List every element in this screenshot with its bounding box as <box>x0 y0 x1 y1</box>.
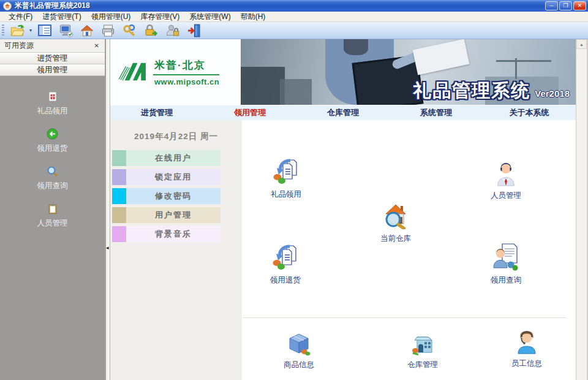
quick-item-label[interactable]: 锁定应用 <box>126 169 221 185</box>
toolbar-grip[interactable] <box>2 25 4 37</box>
nav-warehouse[interactable]: 仓库管理 <box>296 107 390 118</box>
keys-button[interactable] <box>120 23 139 39</box>
keys-icon <box>122 23 137 38</box>
computer-button[interactable] <box>56 23 75 39</box>
nav-purchase[interactable]: 进货管理 <box>110 107 203 118</box>
sidebar-item-personnel[interactable]: 人员管理 <box>37 203 68 229</box>
shortcut-employee-info[interactable]: 员工信息 <box>501 330 552 369</box>
sidebar-tab-purchase[interactable]: 进货管理 <box>0 53 105 64</box>
sidebar-splitter[interactable]: ◂ <box>105 39 110 380</box>
sidebar-close-icon[interactable]: ✕ <box>93 42 100 49</box>
shortcut-requisition-query[interactable]: 领用查询 <box>480 243 532 286</box>
quick-item-user-management[interactable]: 用户管理 <box>112 207 221 223</box>
form-button[interactable] <box>36 23 54 39</box>
sidebar-shortcut-panel: 礼品领用 领用退货 领用查询 <box>0 76 105 380</box>
menu-requisition[interactable]: 领用管理(U) <box>86 12 136 22</box>
banner-crane-shape <box>496 60 551 62</box>
window-title: 米普礼品管理系统2018 <box>15 1 544 11</box>
collapse-sidebar-icon[interactable]: ◂ <box>106 245 109 251</box>
shortcut-label: 领用退货 <box>270 275 301 286</box>
shortcut-current-warehouse[interactable]: 当前仓库 <box>370 201 421 244</box>
sidebar-header: 可用资源 ✕ <box>0 39 105 53</box>
sidebar-item-requisition-return[interactable]: 领用退货 <box>37 128 68 154</box>
banner-building-shape <box>280 79 312 105</box>
date-label: 2019年4月22日 周一 <box>110 131 242 142</box>
mipsoft-logo-icon <box>118 59 148 85</box>
sidebar-item-label: 人员管理 <box>37 218 68 229</box>
nav-system[interactable]: 系统管理 <box>390 107 483 118</box>
title-bar[interactable]: 米普礼品管理系统2018 ─ ❐ ✕ <box>0 0 588 12</box>
printer-button[interactable] <box>99 23 118 39</box>
home-icon <box>80 23 94 38</box>
color-block <box>112 169 126 185</box>
shortcut-requisition-return[interactable]: 领用退货 <box>260 244 311 286</box>
shortcut-personnel[interactable]: 人员管理 <box>480 161 532 201</box>
open-folder-icon <box>10 23 25 38</box>
exit-button[interactable] <box>184 23 203 39</box>
quick-item-label[interactable]: 修改密码 <box>126 188 221 204</box>
menu-system[interactable]: 系统管理(W) <box>184 12 235 22</box>
shortcut-label: 领用查询 <box>491 275 521 286</box>
sidebar-title: 可用资源 <box>4 40 93 51</box>
printer-icon <box>100 23 116 38</box>
sidebar-tab-requisition[interactable]: 领用管理 <box>0 64 105 76</box>
warehouse-icon <box>411 332 434 358</box>
logo-company-name: 米普·北京 <box>153 58 219 75</box>
shortcut-product-info[interactable]: 商品信息 <box>273 332 325 370</box>
minimize-button[interactable]: ─ <box>545 1 558 10</box>
quick-item-background-music[interactable]: 背景音乐 <box>112 226 221 242</box>
section-divider <box>243 317 567 318</box>
search-icon <box>47 165 58 177</box>
shortcut-gift-requisition[interactable]: 礼品领用 <box>260 158 312 200</box>
main-area: 米普·北京 www.mipsoft.cn 礼品管理系统 Ver2018 进货管理… <box>110 39 576 380</box>
sidebar-item-label: 礼品领用 <box>37 106 68 116</box>
shortcut-warehouse-management[interactable]: 仓库管理 <box>397 332 448 370</box>
user-lock-button[interactable] <box>163 23 182 39</box>
quick-item-label[interactable]: 用户管理 <box>126 207 221 223</box>
menu-purchase[interactable]: 进货管理(T) <box>37 12 86 22</box>
shortcut-label: 礼品领用 <box>271 189 301 200</box>
menu-bar: 文件(F) 进货管理(T) 领用管理(U) 库存管理(V) 系统管理(W) 帮助… <box>0 12 588 22</box>
shortcut-label: 商品信息 <box>284 360 314 370</box>
quick-item-label[interactable]: 在线用户 <box>126 150 221 166</box>
menu-help[interactable]: 帮助(H) <box>236 12 271 22</box>
menu-inventory[interactable]: 库存管理(V) <box>135 12 184 22</box>
menu-file[interactable]: 文件(F) <box>4 12 37 22</box>
open-folder-button[interactable] <box>8 23 27 39</box>
toolbar: ▾ <box>0 22 588 39</box>
nav-about[interactable]: 关于本系统 <box>483 107 576 118</box>
shortcut-label: 仓库管理 <box>407 360 438 370</box>
maximize-button[interactable]: ❐ <box>559 1 572 10</box>
system-banner-title: 礼品管理系统 Ver2018 <box>413 78 570 104</box>
box-icon <box>287 332 311 358</box>
logo-box: 米普·北京 www.mipsoft.cn <box>110 39 241 105</box>
color-block <box>112 150 126 166</box>
quick-panel-rows: 在线用户 锁定应用 修改密码 用户管理 背景音乐 <box>112 150 242 242</box>
open-folder-dropdown-caret[interactable]: ▾ <box>29 28 32 33</box>
resource-sidebar: 可用资源 ✕ 进货管理 领用管理 礼品领用 <box>0 39 105 380</box>
quick-item-lock-app[interactable]: 锁定应用 <box>112 169 221 185</box>
system-title: 礼品管理系统 <box>413 78 530 104</box>
quick-item-online-users[interactable]: 在线用户 <box>112 150 221 166</box>
house-search-icon <box>382 201 410 232</box>
person-icon <box>494 161 518 189</box>
scroll-up-icon[interactable]: ▲ <box>576 39 587 49</box>
sidebar-item-requisition-query[interactable]: 领用查询 <box>37 165 68 191</box>
exit-icon <box>186 23 202 38</box>
doc-return-icon <box>272 244 299 273</box>
application-window: 米普礼品管理系统2018 ─ ❐ ✕ 文件(F) 进货管理(T) 领用管理(U)… <box>0 0 588 380</box>
quick-item-change-password[interactable]: 修改密码 <box>112 188 221 204</box>
vertical-scrollbar[interactable]: ▲ <box>576 39 587 380</box>
home-button[interactable] <box>78 23 96 39</box>
quick-item-label[interactable]: 背景音乐 <box>126 226 221 242</box>
logo-website: www.mipsoft.cn <box>153 75 219 86</box>
color-block <box>112 207 126 223</box>
logo-text: 米普·北京 www.mipsoft.cn <box>153 58 219 86</box>
quick-panel: 2019年4月22日 周一 在线用户 锁定应用 修改密码 用户管理 <box>110 120 242 380</box>
nav-requisition[interactable]: 领用管理 <box>203 107 296 118</box>
sidebar-item-gift-requisition[interactable]: 礼品领用 <box>37 91 68 116</box>
close-button[interactable]: ✕ <box>573 1 586 10</box>
sidebar-item-label: 领用查询 <box>37 181 68 191</box>
person-doc-icon <box>492 243 519 273</box>
lock-button[interactable] <box>141 23 160 39</box>
